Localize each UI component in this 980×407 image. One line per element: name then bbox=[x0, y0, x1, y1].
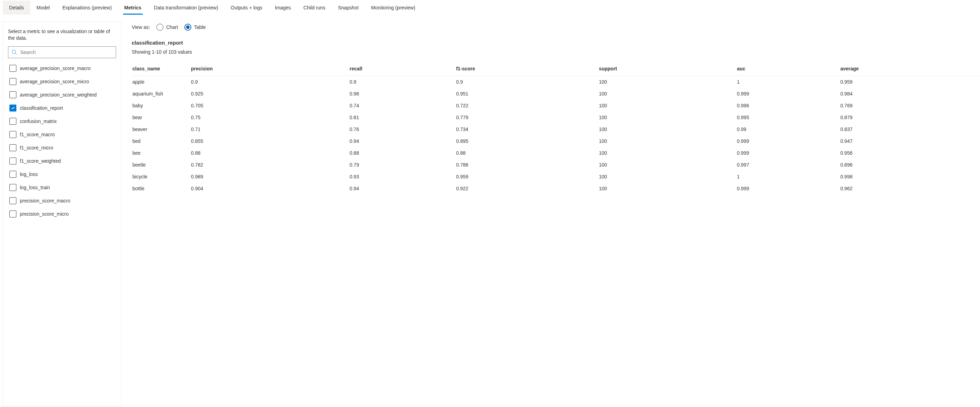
metric-item-log_loss[interactable]: log_loss bbox=[8, 168, 114, 181]
checkbox-icon[interactable] bbox=[10, 157, 16, 164]
classification-table: class_nameprecisionrecallf1-scoresupport… bbox=[132, 62, 980, 194]
tab-explanations-preview-[interactable]: Explanations (preview) bbox=[56, 1, 118, 14]
cell-class_name: bee bbox=[132, 147, 191, 159]
cell-auc: 1 bbox=[737, 76, 840, 88]
search-input[interactable] bbox=[8, 46, 116, 58]
checkbox-icon[interactable] bbox=[10, 131, 16, 138]
tab-child-runs[interactable]: Child runs bbox=[297, 1, 332, 14]
view-as-row: View as: Chart Table bbox=[132, 24, 980, 31]
cell-avg: 0.896 bbox=[840, 159, 980, 171]
metric-item-log_loss_train[interactable]: log_loss_train bbox=[8, 181, 114, 194]
cell-auc: 0.997 bbox=[737, 159, 840, 171]
metric-label: precision_score_macro bbox=[20, 198, 70, 204]
svg-point-0 bbox=[12, 50, 16, 53]
tab-snapshot[interactable]: Snapshot bbox=[332, 1, 365, 14]
metric-item-precision_score_macro[interactable]: precision_score_macro bbox=[8, 194, 114, 207]
cell-support: 100 bbox=[599, 171, 737, 183]
checkbox-icon[interactable] bbox=[10, 144, 16, 151]
checkbox-icon[interactable] bbox=[10, 118, 16, 125]
metric-item-average_precision_score_weighted[interactable]: average_precision_score_weighted bbox=[8, 88, 114, 102]
tab-details[interactable]: Details bbox=[3, 1, 30, 14]
metric-item-classification_report[interactable]: classification_report bbox=[8, 102, 114, 114]
cell-auc: 0.999 bbox=[737, 135, 840, 147]
col-class_name[interactable]: class_name bbox=[132, 62, 191, 76]
cell-auc: 0.999 bbox=[737, 183, 840, 194]
radio-icon bbox=[185, 24, 191, 31]
cell-avg: 0.959 bbox=[840, 76, 980, 88]
cell-f1: 0.9 bbox=[456, 76, 599, 88]
cell-avg: 0.769 bbox=[840, 100, 980, 111]
search-icon bbox=[11, 49, 17, 55]
table-row: apple0.90.90.910010.959 bbox=[132, 76, 980, 88]
radio-icon bbox=[156, 24, 164, 31]
cell-precision: 0.855 bbox=[191, 135, 350, 147]
table-row: aquarium_fish0.9250.980.9511000.9990.984 bbox=[132, 88, 980, 100]
cell-support: 100 bbox=[599, 159, 737, 171]
cell-auc: 0.999 bbox=[737, 88, 840, 100]
tab-monitoring-preview-[interactable]: Monitoring (preview) bbox=[365, 1, 422, 14]
col-auc[interactable]: auc bbox=[737, 62, 840, 76]
col-precision[interactable]: precision bbox=[191, 62, 350, 76]
table-row: bicycle0.9890.930.95910010.998 bbox=[132, 171, 980, 183]
metric-item-confusion_matrix[interactable]: confusion_matrix bbox=[8, 114, 114, 128]
checkbox-icon[interactable] bbox=[10, 65, 16, 72]
checkbox-icon[interactable] bbox=[10, 78, 16, 85]
tab-model[interactable]: Model bbox=[30, 1, 56, 14]
tab-metrics[interactable]: Metrics bbox=[118, 1, 148, 14]
cell-class_name: beaver bbox=[132, 123, 191, 135]
radio-label: Table bbox=[194, 24, 205, 30]
metric-label: classification_report bbox=[20, 105, 63, 111]
metric-label: precision_score_micro bbox=[20, 211, 68, 217]
cell-avg: 0.947 bbox=[840, 135, 980, 147]
cell-auc: 0.995 bbox=[737, 111, 840, 123]
cell-precision: 0.705 bbox=[191, 100, 350, 111]
cell-f1: 0.895 bbox=[456, 135, 599, 147]
checkbox-icon[interactable] bbox=[10, 197, 16, 204]
cell-avg: 0.837 bbox=[840, 123, 980, 135]
metric-item-average_precision_score_macro[interactable]: average_precision_score_macro bbox=[8, 62, 114, 75]
cell-f1: 0.779 bbox=[456, 111, 599, 123]
cell-avg: 0.998 bbox=[840, 171, 980, 183]
checkbox-icon[interactable] bbox=[10, 91, 16, 98]
metric-item-average_precision_score_micro[interactable]: average_precision_score_micro bbox=[8, 75, 114, 88]
checkbox-icon[interactable] bbox=[10, 184, 16, 191]
view-chart-option[interactable]: Chart bbox=[156, 24, 178, 31]
col-support[interactable]: support bbox=[599, 62, 737, 76]
cell-precision: 0.904 bbox=[191, 183, 350, 194]
tab-images[interactable]: Images bbox=[269, 1, 297, 14]
cell-precision: 0.88 bbox=[191, 147, 350, 159]
tab-data-transformation-preview-[interactable]: Data transformation (preview) bbox=[148, 1, 224, 14]
tab-outputs-logs[interactable]: Outputs + logs bbox=[224, 1, 269, 14]
table-row: bed0.8550.940.8951000.9990.947 bbox=[132, 135, 980, 147]
cell-auc: 1 bbox=[737, 171, 840, 183]
checkbox-icon[interactable] bbox=[10, 105, 16, 111]
cell-recall: 0.94 bbox=[350, 183, 456, 194]
metric-list[interactable]: average_precision_score_macroaverage_pre… bbox=[8, 62, 116, 221]
metric-item-f1_score_macro[interactable]: f1_score_macro bbox=[8, 128, 114, 141]
table-row: bottle0.9040.940.9221000.9990.962 bbox=[132, 183, 980, 194]
checkbox-icon[interactable] bbox=[10, 171, 16, 178]
cell-class_name: beetle bbox=[132, 159, 191, 171]
cell-precision: 0.71 bbox=[191, 123, 350, 135]
view-table-option[interactable]: Table bbox=[185, 24, 205, 31]
col-average[interactable]: average bbox=[840, 62, 980, 76]
view-as-label: View as: bbox=[132, 24, 150, 30]
metric-item-f1_score_micro[interactable]: f1_score_micro bbox=[8, 141, 114, 154]
cell-support: 100 bbox=[599, 183, 737, 194]
col-recall[interactable]: recall bbox=[350, 62, 456, 76]
cell-class_name: bear bbox=[132, 111, 191, 123]
report-title: classification_report bbox=[132, 40, 980, 46]
checkbox-icon[interactable] bbox=[10, 210, 16, 218]
table-row: bee0.880.880.881000.9990.956 bbox=[132, 147, 980, 159]
cell-f1: 0.786 bbox=[456, 159, 599, 171]
metric-label: log_loss bbox=[20, 172, 38, 177]
table-scroll[interactable]: class_nameprecisionrecallf1-scoresupport… bbox=[132, 62, 980, 194]
cell-class_name: apple bbox=[132, 76, 191, 88]
cell-recall: 0.94 bbox=[350, 135, 456, 147]
metrics-sidebar: Select a metric to see a visualization o… bbox=[3, 22, 121, 407]
cell-auc: 0.999 bbox=[737, 147, 840, 159]
col-f1-score[interactable]: f1-score bbox=[456, 62, 599, 76]
metric-item-precision_score_micro[interactable]: precision_score_micro bbox=[8, 207, 114, 221]
cell-f1: 0.922 bbox=[456, 183, 599, 194]
metric-item-f1_score_weighted[interactable]: f1_score_weighted bbox=[8, 154, 114, 168]
